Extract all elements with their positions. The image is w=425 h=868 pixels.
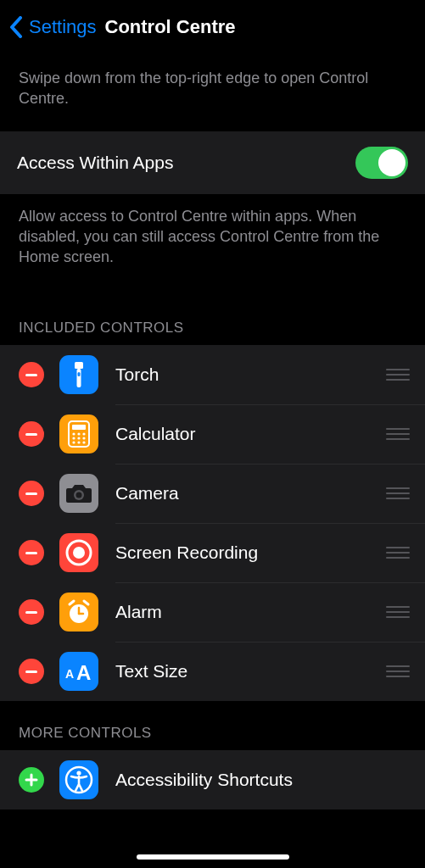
intro-text: Swipe down from the top-right edge to op… xyxy=(0,51,425,131)
svg-rect-1 xyxy=(77,369,81,387)
svg-text:A: A xyxy=(65,667,74,681)
remove-button[interactable] xyxy=(19,540,44,565)
included-control-calculator: Calculator xyxy=(0,404,425,464)
back-label: Settings xyxy=(29,16,97,38)
svg-point-10 xyxy=(82,437,85,440)
included-control-text-size: AA Text Size xyxy=(0,642,425,701)
row-label: Text Size xyxy=(115,661,376,682)
drag-handle[interactable] xyxy=(386,369,410,381)
access-toggle[interactable] xyxy=(355,147,408,179)
remove-button[interactable] xyxy=(19,599,44,625)
calculator-icon xyxy=(59,415,98,453)
remove-button[interactable] xyxy=(19,362,44,387)
included-control-alarm: Alarm xyxy=(0,582,425,642)
home-indicator[interactable] xyxy=(137,854,289,860)
more-controls-header: More Controls xyxy=(0,701,425,750)
torch-icon xyxy=(59,355,98,394)
svg-point-13 xyxy=(82,442,85,444)
svg-line-21 xyxy=(70,601,74,604)
included-control-screen-recording: Screen Recording xyxy=(0,523,425,582)
row-label: Torch xyxy=(115,364,376,385)
drag-handle[interactable] xyxy=(386,547,410,559)
drag-handle[interactable] xyxy=(386,606,410,618)
remove-button[interactable] xyxy=(19,421,44,447)
drag-handle[interactable] xyxy=(386,487,410,499)
access-within-apps-row: Access Within Apps xyxy=(0,131,425,194)
included-control-camera: Camera xyxy=(0,464,425,523)
record-icon xyxy=(59,533,98,572)
svg-rect-0 xyxy=(75,362,83,369)
svg-point-17 xyxy=(73,547,85,559)
svg-line-22 xyxy=(84,601,88,604)
row-label: Alarm xyxy=(115,602,376,622)
drag-handle[interactable] xyxy=(386,428,410,440)
text-size-icon: AA xyxy=(59,652,98,691)
back-button[interactable]: Settings xyxy=(8,15,97,39)
svg-point-15 xyxy=(76,492,82,498)
toggle-knob xyxy=(378,149,405,176)
svg-point-9 xyxy=(77,437,80,440)
content-scroll[interactable]: Swipe down from the top-right edge to op… xyxy=(0,51,425,861)
camera-icon xyxy=(59,474,98,513)
remove-button[interactable] xyxy=(19,481,44,506)
page-title: Control Centre xyxy=(105,16,236,38)
included-control-torch: Torch xyxy=(0,345,425,404)
row-label: Accessibility Shortcuts xyxy=(115,770,410,790)
svg-point-12 xyxy=(77,442,80,444)
svg-point-28 xyxy=(76,771,81,776)
chevron-left-icon xyxy=(8,15,24,39)
remove-button[interactable] xyxy=(19,659,44,684)
svg-point-7 xyxy=(82,433,85,436)
included-controls-header: Included Controls xyxy=(0,296,425,345)
more-control-accessibility-shortcuts: Accessibility Shortcuts xyxy=(0,750,425,810)
row-label: Camera xyxy=(115,483,376,504)
access-row-title: Access Within Apps xyxy=(17,153,355,173)
drag-handle[interactable] xyxy=(386,665,410,677)
alarm-icon xyxy=(59,593,98,632)
svg-point-6 xyxy=(77,433,80,436)
navigation-bar: Settings Control Centre xyxy=(0,0,425,51)
row-label: Calculator xyxy=(115,424,376,444)
add-button[interactable] xyxy=(19,767,44,793)
svg-point-11 xyxy=(72,442,75,444)
accessibility-icon xyxy=(59,760,98,799)
svg-point-5 xyxy=(72,433,75,436)
svg-point-8 xyxy=(72,437,75,440)
svg-rect-2 xyxy=(78,372,81,376)
row-label: Screen Recording xyxy=(115,542,376,563)
svg-text:A: A xyxy=(76,661,91,683)
access-footer-text: Allow access to Control Centre within ap… xyxy=(0,194,425,297)
svg-rect-4 xyxy=(72,425,86,430)
